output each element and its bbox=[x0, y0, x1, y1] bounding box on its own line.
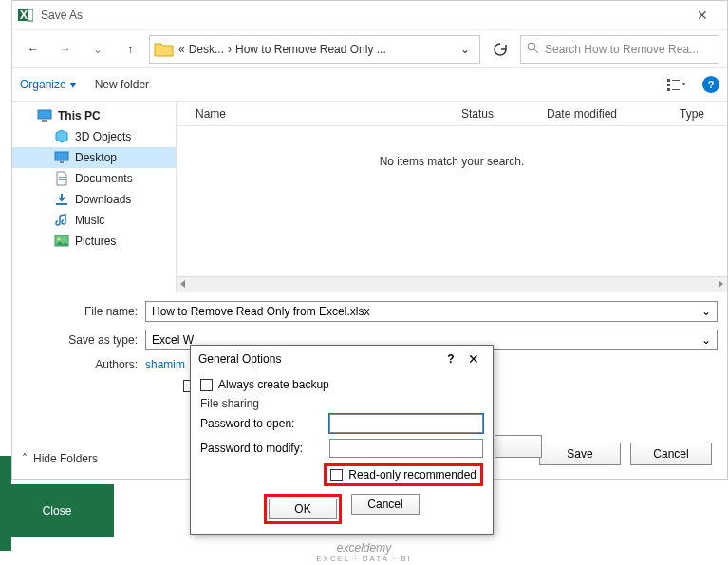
save-type-label: Save as type: bbox=[50, 333, 145, 347]
desktop-icon bbox=[54, 150, 69, 165]
hide-folders-button[interactable]: ˄ Hide Folders bbox=[22, 452, 98, 465]
pw-open-label: Password to open: bbox=[200, 417, 324, 430]
document-icon bbox=[54, 171, 69, 186]
new-folder-button[interactable]: New folder bbox=[95, 78, 149, 91]
readonly-checkbox[interactable] bbox=[330, 469, 343, 481]
sidebar-item-this-pc[interactable]: This PC bbox=[12, 105, 176, 126]
chevron-up-icon: ˄ bbox=[22, 452, 28, 465]
help-icon[interactable]: ? bbox=[702, 76, 719, 93]
chevron-down-icon: ▾ bbox=[70, 78, 76, 91]
pw-open-input[interactable] bbox=[329, 414, 483, 433]
help-icon[interactable]: ? bbox=[439, 352, 462, 366]
sidebar-item-music[interactable]: Music bbox=[12, 210, 176, 231]
svg-text:X: X bbox=[20, 9, 28, 22]
svg-rect-8 bbox=[672, 80, 680, 81]
gen-cancel-button[interactable]: Cancel bbox=[351, 494, 420, 515]
svg-rect-12 bbox=[42, 120, 47, 122]
svg-rect-10 bbox=[672, 89, 680, 90]
authors-value[interactable]: shamim bbox=[145, 358, 185, 371]
svg-point-3 bbox=[528, 43, 535, 50]
horizontal-scrollbar[interactable] bbox=[177, 276, 727, 292]
general-options-dialog: General Options ? ✕ Always create backup… bbox=[190, 345, 494, 535]
svg-rect-11 bbox=[38, 110, 51, 119]
navbar: ← → ⌄ ↑ « Desk... › How to Remove Read O… bbox=[12, 29, 727, 67]
sidebar: This PC 3D Objects Desktop Documents Dow… bbox=[12, 102, 177, 292]
breadcrumb-sep: « bbox=[178, 43, 185, 56]
readonly-label: Read-only recommended bbox=[348, 468, 476, 481]
chevron-down-icon[interactable]: ⌄ bbox=[84, 36, 111, 63]
music-icon bbox=[54, 213, 69, 228]
sidebar-item-3d-objects[interactable]: 3D Objects bbox=[12, 126, 176, 147]
close-panel[interactable]: Close bbox=[0, 484, 114, 537]
file-name-label: File name: bbox=[50, 305, 145, 318]
sidebar-item-desktop[interactable]: Desktop bbox=[12, 147, 176, 168]
file-list: Name Status Date modified Type No items … bbox=[177, 102, 727, 292]
search-input[interactable]: Search How to Remove Rea... bbox=[520, 35, 719, 64]
file-name-input[interactable]: How to Remove Read Only from Excel.xlsx … bbox=[145, 301, 718, 322]
chevron-down-icon[interactable]: ⌄ bbox=[701, 305, 711, 318]
column-name[interactable]: Name bbox=[196, 107, 461, 121]
backup-label: Always create backup bbox=[218, 378, 329, 391]
backup-checkbox[interactable] bbox=[200, 379, 213, 391]
svg-rect-15 bbox=[59, 177, 65, 178]
breadcrumb-dropdown-icon[interactable]: ⌄ bbox=[455, 43, 476, 56]
svg-rect-1 bbox=[28, 9, 33, 21]
close-icon[interactable]: ✕ bbox=[462, 351, 485, 367]
folder-icon bbox=[154, 40, 175, 59]
general-options-titlebar: General Options ? ✕ bbox=[191, 346, 493, 372]
authors-label: Authors: bbox=[50, 358, 145, 371]
refresh-icon[interactable] bbox=[486, 35, 514, 64]
column-date[interactable]: Date modified bbox=[547, 107, 680, 121]
tools-button-partial[interactable] bbox=[495, 435, 542, 458]
organize-button[interactable]: Organize ▾ bbox=[20, 78, 76, 91]
search-placeholder: Search How to Remove Rea... bbox=[545, 43, 699, 56]
search-icon bbox=[527, 42, 539, 57]
svg-rect-7 bbox=[667, 88, 670, 91]
empty-message: No items match your search. bbox=[177, 126, 727, 276]
close-icon[interactable]: ✕ bbox=[683, 1, 721, 29]
back-icon[interactable]: ← bbox=[20, 36, 47, 63]
general-options-title: General Options bbox=[198, 352, 439, 366]
pw-modify-label: Password to modify: bbox=[200, 442, 324, 455]
toolbar: Organize ▾ New folder ? bbox=[12, 67, 727, 102]
save-button[interactable]: Save bbox=[539, 443, 621, 465]
breadcrumb-item-2[interactable]: How to Remove Read Only ... bbox=[235, 43, 386, 56]
cube-icon bbox=[54, 129, 69, 144]
svg-rect-16 bbox=[59, 179, 65, 180]
ok-button[interactable]: OK bbox=[269, 499, 337, 519]
breadcrumb[interactable]: « Desk... › How to Remove Read Only ... … bbox=[149, 35, 480, 64]
up-icon[interactable]: ↑ bbox=[117, 36, 143, 63]
sidebar-item-pictures[interactable]: Pictures bbox=[12, 231, 176, 252]
column-headers: Name Status Date modified Type bbox=[177, 102, 727, 126]
titlebar: X Save As ✕ bbox=[12, 1, 727, 29]
picture-icon bbox=[54, 234, 69, 249]
sidebar-item-documents[interactable]: Documents bbox=[12, 168, 176, 189]
ok-highlight: OK bbox=[264, 494, 342, 524]
svg-rect-6 bbox=[667, 84, 670, 86]
cancel-button[interactable]: Cancel bbox=[630, 443, 712, 465]
readonly-highlight: Read-only recommended bbox=[324, 463, 483, 486]
column-type[interactable]: Type bbox=[680, 107, 727, 121]
svg-rect-13 bbox=[55, 152, 68, 160]
close-label: Close bbox=[43, 504, 72, 518]
breadcrumb-item-1[interactable]: Desk... bbox=[189, 43, 224, 56]
view-icon[interactable] bbox=[663, 74, 691, 95]
chevron-down-icon[interactable]: ⌄ bbox=[701, 333, 711, 347]
column-status[interactable]: Status bbox=[461, 107, 547, 121]
excel-icon: X bbox=[18, 8, 33, 23]
svg-rect-14 bbox=[60, 161, 64, 163]
download-icon bbox=[54, 192, 69, 207]
svg-point-19 bbox=[58, 238, 61, 241]
chevron-right-icon: › bbox=[228, 43, 232, 56]
window-title: Save As bbox=[41, 9, 83, 22]
pw-modify-input[interactable] bbox=[329, 439, 483, 458]
sidebar-item-downloads[interactable]: Downloads bbox=[12, 189, 176, 210]
watermark: exceldemy EXCEL · DATA · BI bbox=[316, 541, 412, 563]
forward-icon: → bbox=[52, 36, 79, 63]
svg-rect-17 bbox=[56, 203, 67, 205]
svg-rect-9 bbox=[672, 85, 680, 85]
monitor-icon bbox=[37, 108, 52, 123]
svg-rect-5 bbox=[667, 79, 670, 82]
svg-line-4 bbox=[534, 49, 538, 53]
file-sharing-label: File sharing bbox=[200, 397, 483, 410]
